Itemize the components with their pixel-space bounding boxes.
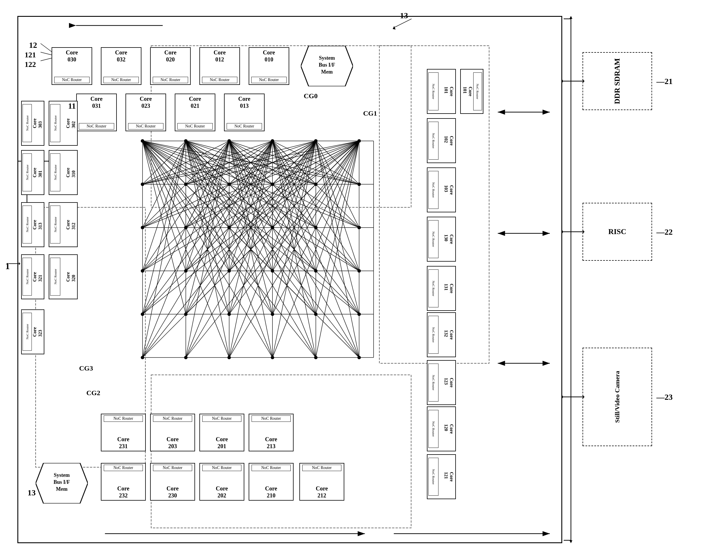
svg-line-51 (186, 141, 359, 185)
core-201-router: NoC Router (202, 415, 242, 422)
core-203-router: NoC Router (153, 415, 192, 422)
svg-line-30 (143, 141, 273, 228)
svg-line-131 (316, 141, 359, 228)
svg-text:Bus I/F: Bus I/F (54, 479, 70, 485)
svg-line-83 (186, 141, 229, 271)
core-130: NoC Router Core130 (427, 217, 456, 262)
svg-line-59 (186, 141, 272, 271)
svg-marker-240 (583, 395, 585, 398)
svg-text:Bus I/F: Bus I/F (319, 62, 335, 68)
svg-line-65 (186, 141, 316, 314)
svg-line-40 (143, 141, 273, 314)
core-313-router: NoC Router (23, 206, 32, 244)
core-310-label: Core310 (65, 168, 76, 177)
svg-line-115 (272, 141, 316, 314)
core-031-router: NoC Router (79, 123, 114, 130)
svg-line-78 (186, 141, 229, 228)
svg-rect-210 (151, 375, 411, 528)
core-213-router: NoC Router (252, 415, 291, 422)
svg-line-109 (229, 141, 273, 271)
svg-line-129 (229, 141, 316, 228)
svg-marker-233 (561, 80, 563, 83)
svg-line-52 (143, 141, 186, 228)
core-321-label: Core321 (32, 272, 43, 281)
core-010-router: NoC Router (251, 77, 287, 83)
risc-box: RISC (583, 203, 652, 261)
svg-line-133 (186, 141, 316, 271)
svg-point-191 (184, 269, 188, 273)
svg-line-64 (186, 141, 272, 314)
svg-point-178 (141, 183, 144, 186)
svg-line-119 (229, 141, 273, 358)
svg-point-207 (357, 356, 361, 359)
svg-line-50 (186, 141, 316, 185)
svg-line-122 (143, 141, 316, 185)
core-012-label: Core012 (214, 49, 226, 63)
svg-line-110 (272, 141, 316, 271)
camera-box: Still/Video Camera (583, 348, 652, 446)
core-101-outer-label: Core101 (462, 87, 473, 96)
svg-line-32 (143, 141, 359, 228)
svg-line-111 (272, 141, 359, 271)
core-103-router: NoC Router (428, 171, 438, 209)
svg-point-176 (314, 139, 318, 143)
svg-point-180 (227, 183, 231, 186)
core-320-router: NoC Router (50, 258, 60, 296)
core-102-label: Core102 (443, 136, 454, 146)
svg-line-162 (143, 141, 359, 314)
core-323: NoC Router Core323 (21, 309, 44, 354)
svg-line-169 (229, 141, 359, 358)
svg-line-157 (143, 141, 359, 271)
svg-line-166 (316, 141, 359, 314)
svg-line-100 (272, 141, 316, 185)
core-103-label: Core103 (443, 185, 454, 195)
core-210-label: Core210 (265, 485, 277, 499)
core-010: Core010 NoC Router (249, 47, 289, 85)
svg-line-108 (186, 141, 272, 271)
svg-line-93 (186, 141, 229, 358)
svg-marker-231 (569, 540, 572, 543)
svg-line-77 (143, 141, 229, 228)
svg-line-137 (143, 141, 316, 314)
core-101: NoC Router Core101 (427, 69, 456, 114)
svg-line-58 (186, 141, 229, 271)
svg-line-86 (229, 141, 359, 271)
core-210: NoC Router Core210 (249, 463, 294, 501)
svg-point-198 (227, 312, 231, 316)
svg-line-99 (229, 141, 273, 185)
svg-line-82 (143, 141, 229, 271)
svg-marker-234 (583, 80, 585, 83)
svg-line-141 (316, 141, 359, 314)
core-323-label: Core323 (32, 327, 43, 337)
svg-line-140 (272, 141, 316, 314)
svg-line-76 (229, 141, 359, 185)
core-301-router: NoC Router (23, 154, 32, 192)
svg-line-125 (272, 141, 316, 185)
core-032: Core032 NoC Router (101, 47, 141, 85)
svg-line-87 (143, 141, 229, 314)
svg-point-194 (314, 269, 318, 273)
svg-point-184 (141, 226, 144, 230)
core-321: NoC Router Core321 (21, 255, 44, 299)
svg-line-91 (229, 141, 359, 314)
svg-line-46 (143, 141, 359, 358)
svg-point-190 (141, 269, 144, 273)
svg-point-189 (357, 226, 361, 230)
svg-marker-226 (393, 26, 396, 30)
svg-point-199 (271, 312, 274, 316)
svg-marker-237 (583, 230, 585, 233)
svg-line-112 (143, 141, 273, 314)
svg-line-66 (186, 141, 359, 314)
ref-23: —23 (656, 392, 673, 402)
core-230-label: Core230 (167, 485, 179, 499)
core-213: NoC Router Core213 (249, 414, 294, 451)
core-313-label: Core313 (32, 220, 43, 230)
core-123-router: NoC Router (428, 363, 438, 401)
core-230: NoC Router Core230 (150, 463, 195, 501)
sys-bus-bottom: System Bus I/F Mem (36, 463, 88, 503)
core-120-router: NoC Router (428, 410, 438, 448)
svg-line-146 (316, 141, 359, 358)
core-023-label: Core023 (140, 95, 152, 109)
svg-line-163 (186, 141, 359, 314)
svg-line-156 (316, 141, 359, 228)
